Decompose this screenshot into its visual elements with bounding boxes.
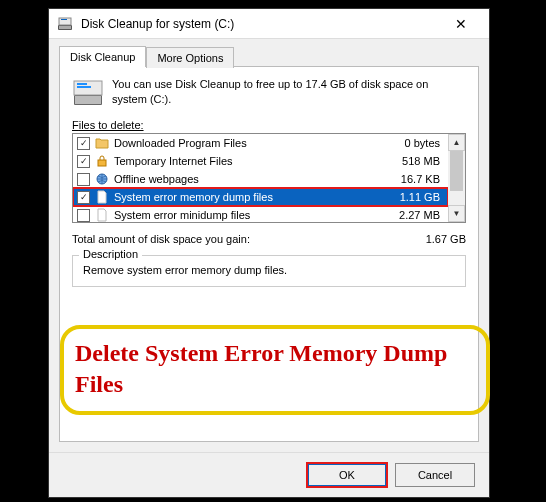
scroll-thumb[interactable]: [450, 151, 463, 191]
files-to-delete-label: Files to delete:: [72, 119, 466, 131]
scroll-up-icon[interactable]: ▲: [448, 134, 465, 151]
globe-icon: [94, 171, 110, 187]
list-item-name: System error minidump files: [114, 209, 384, 221]
total-row: Total amount of disk space you gain: 1.6…: [72, 233, 466, 245]
cancel-button[interactable]: Cancel: [395, 463, 475, 487]
svg-rect-9: [98, 160, 106, 166]
tabstrip: Disk Cleanup More Options: [59, 45, 479, 66]
list-item-size: 2.27 MB: [384, 209, 444, 221]
file-icon: [94, 189, 110, 205]
list-item-size: 1.11 GB: [384, 191, 444, 203]
file-icon: [94, 207, 110, 222]
checkbox[interactable]: [77, 209, 90, 222]
tab-pane-disk-cleanup: You can use Disk Cleanup to free up to 1…: [59, 66, 479, 442]
description-group: Description Remove system error memory d…: [72, 255, 466, 287]
scrollbar[interactable]: ▲ ▼: [448, 134, 465, 222]
tab-disk-cleanup[interactable]: Disk Cleanup: [59, 46, 146, 67]
info-row: You can use Disk Cleanup to free up to 1…: [72, 77, 466, 109]
list-item[interactable]: Offline webpages 16.7 KB: [73, 170, 448, 188]
close-icon[interactable]: ✕: [441, 16, 481, 32]
button-bar: OK Cancel: [49, 452, 489, 497]
description-text: Remove system error memory dump files.: [83, 264, 455, 276]
svg-rect-7: [77, 83, 87, 85]
checkbox[interactable]: [77, 173, 90, 186]
list-item-size: 16.7 KB: [384, 173, 444, 185]
drive-icon: [57, 16, 73, 32]
list-item[interactable]: ✓ Downloaded Program Files 0 bytes: [73, 134, 448, 152]
checkbox[interactable]: ✓: [77, 155, 90, 168]
scroll-track[interactable]: [448, 151, 465, 205]
list-item[interactable]: ✓ Temporary Internet Files 518 MB: [73, 152, 448, 170]
checkbox[interactable]: ✓: [77, 191, 90, 204]
list-item[interactable]: System error minidump files 2.27 MB: [73, 206, 448, 222]
list-item-size: 518 MB: [384, 155, 444, 167]
cleanup-drive-icon: [72, 77, 104, 109]
scroll-down-icon[interactable]: ▼: [448, 205, 465, 222]
disk-cleanup-dialog: Disk Cleanup for system (C:) ✕ Disk Clea…: [48, 8, 490, 498]
list-item-name: Temporary Internet Files: [114, 155, 384, 167]
ok-button[interactable]: OK: [307, 463, 387, 487]
total-label: Total amount of disk space you gain:: [72, 233, 250, 245]
client-area: Disk Cleanup More Options You can use Di…: [49, 39, 489, 452]
list-item-name: Downloaded Program Files: [114, 137, 384, 149]
svg-rect-1: [59, 26, 71, 29]
description-legend: Description: [79, 248, 142, 260]
info-text: You can use Disk Cleanup to free up to 1…: [112, 77, 466, 109]
lock-icon: [94, 153, 110, 169]
svg-rect-3: [61, 19, 67, 20]
window-title: Disk Cleanup for system (C:): [81, 17, 441, 31]
list-item-selected[interactable]: ✓ System error memory dump files 1.11 GB: [73, 188, 448, 206]
total-value: 1.67 GB: [426, 233, 466, 245]
tab-more-options[interactable]: More Options: [146, 47, 234, 68]
list-item-name: Offline webpages: [114, 173, 384, 185]
svg-rect-8: [77, 86, 91, 88]
list-item-size: 0 bytes: [384, 137, 444, 149]
folder-icon: [94, 135, 110, 151]
svg-rect-5: [75, 96, 101, 104]
files-listbox[interactable]: ✓ Downloaded Program Files 0 bytes ✓ Tem…: [72, 133, 466, 223]
checkbox[interactable]: ✓: [77, 137, 90, 150]
list-item-name: System error memory dump files: [114, 191, 384, 203]
titlebar[interactable]: Disk Cleanup for system (C:) ✕: [49, 9, 489, 39]
